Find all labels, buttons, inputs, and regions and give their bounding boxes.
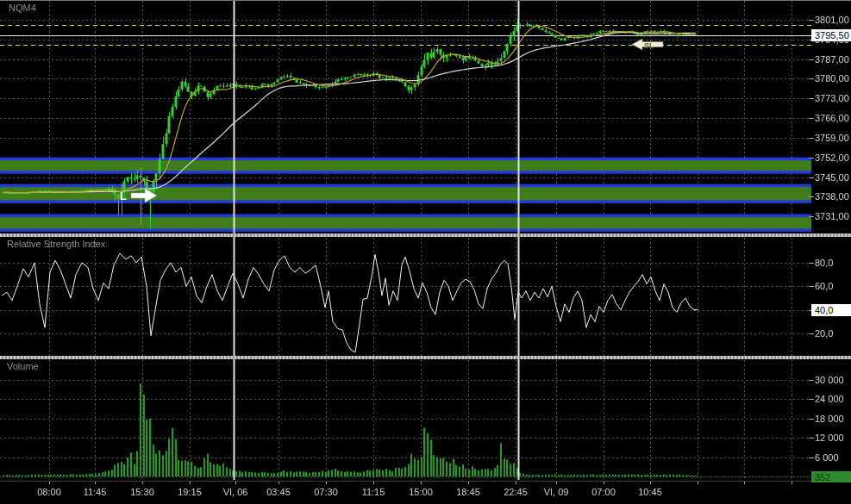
right-arrow-icon (131, 189, 157, 202)
time-axis-label: 08:00 (25, 487, 73, 497)
time-axis-label: 19:15 (166, 487, 214, 497)
price-axis-label: 3787,00 (815, 54, 849, 65)
rsi-axis-label: 20,0 (815, 328, 833, 339)
current-rsi-tag: 40,0 (811, 304, 851, 316)
volume-axis-label: 6 000 (815, 452, 839, 464)
time-axis-label: 03:45 (254, 487, 303, 497)
panel-divider-volume[interactable] (0, 356, 851, 359)
volume-title: Volume (7, 361, 39, 371)
symbol-label: NQM4 (9, 3, 36, 13)
stop-loss-arrow-marker: SL (632, 37, 665, 52)
volume-axis-label: 24 000 (815, 394, 844, 405)
time-axis-label: 18:45 (444, 487, 492, 497)
time-axis-label: 11:45 (71, 487, 119, 497)
panel-divider-rsi[interactable] (0, 233, 851, 237)
buy-marker-label: L (120, 190, 127, 202)
time-axis-label: 10:45 (626, 487, 674, 497)
rsi-axis-label: 80,0 (815, 258, 833, 269)
time-axis-label: VI, 09 (532, 487, 580, 497)
time-axis-label: 15:00 (397, 487, 445, 497)
price-axis-label: 3752,00 (815, 152, 849, 164)
volume-axis-label: 12 000 (815, 432, 844, 444)
chart-window: NQM4 Relative Strength Index Volume 3801… (0, 0, 851, 504)
current-volume-tag: 352 (811, 471, 851, 482)
sl-marker-label: SL (644, 41, 654, 50)
price-axis-label: 3773,00 (815, 93, 849, 104)
price-axis-label: 3801,00 (815, 15, 849, 26)
rsi-title: Relative Strength Index (7, 239, 105, 249)
chart-canvas[interactable] (0, 0, 851, 504)
price-axis-label: 3745,00 (815, 172, 849, 184)
volume-axis-label: 18 000 (815, 414, 844, 425)
rsi-axis-label: 60,0 (815, 281, 833, 292)
price-axis-label: 3759,00 (815, 133, 849, 144)
buy-arrow-marker: L (119, 186, 159, 205)
time-axis-label: 11:15 (349, 487, 397, 497)
price-axis-label: 3731,00 (815, 211, 849, 222)
price-axis-label: 3766,00 (815, 113, 849, 124)
time-axis-label: 07:00 (579, 487, 628, 497)
time-axis-label: 15:30 (118, 487, 166, 497)
price-axis-label: 3780,00 (815, 73, 849, 84)
price-axis-label: 3738,00 (815, 191, 849, 202)
volume-axis-label: 30 000 (815, 375, 844, 386)
time-axis-label: 07:30 (302, 487, 350, 497)
time-axis-label: VI, 06 (211, 487, 260, 497)
current-price-tag: 3795,50 (811, 29, 851, 41)
